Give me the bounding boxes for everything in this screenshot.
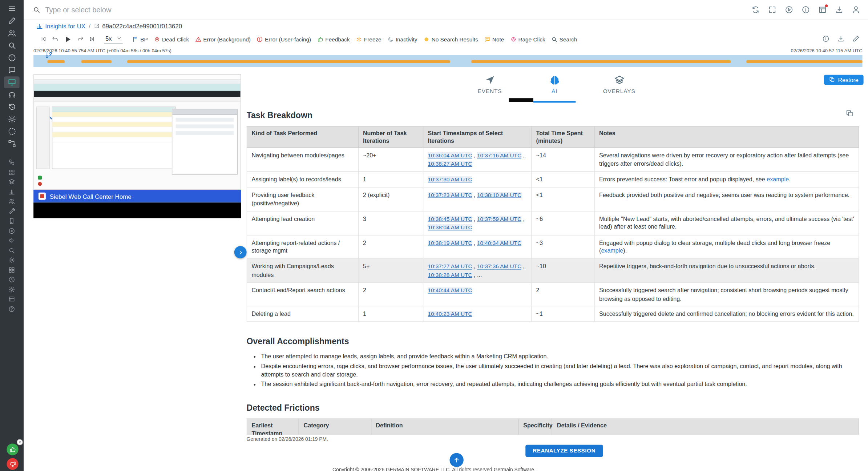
sidebar-help-icon[interactable] (4, 305, 20, 314)
play-button[interactable] (64, 35, 72, 43)
tab-ai[interactable]: AI (533, 75, 576, 103)
sidebar-phone-icon[interactable] (4, 158, 20, 167)
timestamp-link[interactable]: 10:37:23 AM UTC (428, 192, 472, 198)
example-link[interactable]: example (767, 176, 789, 182)
timestamp-link[interactable]: 10:40:34 AM UTC (477, 240, 521, 246)
sidebar-session-replay-icon[interactable] (4, 76, 20, 88)
frictions-title: Detected Frictions (247, 403, 859, 412)
timestamp-link[interactable]: 10:38:10 AM UTC (477, 192, 521, 198)
timeline-activity-segment[interactable] (127, 60, 451, 63)
feedback-dismiss-button[interactable]: × (17, 439, 23, 445)
edit-icon[interactable] (852, 35, 861, 43)
breadcrumb-app-link[interactable]: Insights for UX (36, 23, 85, 29)
example-link[interactable]: example (601, 247, 623, 254)
legend-rage-click[interactable]: Rage Click (510, 36, 545, 42)
legend-search[interactable]: Search (552, 36, 577, 42)
step-forward-button[interactable] (77, 36, 84, 42)
sync-icon[interactable] (751, 5, 760, 14)
sidebar-selection-icon[interactable] (4, 125, 20, 137)
legend-bp[interactable]: BP (132, 36, 148, 42)
session-screenshot[interactable] (33, 74, 241, 190)
sidebar-apps-icon[interactable] (4, 168, 20, 177)
timestamp-link[interactable]: 10:37:30 AM UTC (428, 177, 472, 183)
speed-select[interactable]: 5x (104, 35, 123, 43)
skip-to-start-button[interactable] (40, 36, 47, 42)
timestamp-link[interactable]: 10:37:27 AM UTC (428, 263, 472, 270)
global-search-input[interactable] (45, 5, 751, 14)
legend-freeze[interactable]: Freeze (356, 36, 381, 42)
thumb-body (34, 102, 241, 189)
scroll-to-top-button[interactable] (449, 453, 463, 467)
reanalyze-session-button[interactable]: REANALYZE SESSION (525, 445, 603, 457)
sidebar-automation-icon[interactable] (4, 138, 20, 149)
legend-note[interactable]: Note (484, 36, 504, 42)
step-back-button[interactable] (52, 36, 58, 42)
download-icon[interactable] (835, 5, 843, 14)
sidebar-alerts-icon[interactable] (4, 52, 20, 64)
timestamp-link[interactable]: 10:37:16 AM UTC (477, 153, 521, 159)
timeline-bar[interactable] (33, 55, 862, 67)
sidebar-settings-icon[interactable] (4, 113, 20, 125)
timestamp-link[interactable]: 10:38:45 AM UTC (428, 216, 472, 222)
sidebar-support-icon[interactable] (4, 89, 20, 100)
sidebar-audio-icon[interactable] (4, 236, 20, 245)
sidebar-search-icon[interactable] (4, 40, 20, 51)
legend-error-user-facing[interactable]: Error (User-facing) (257, 36, 311, 42)
sidebar-layers-icon[interactable] (4, 177, 20, 186)
restore-button[interactable]: Restore (824, 75, 864, 85)
sidebar-mobile-icon[interactable] (4, 217, 20, 226)
sidebar-schedule-icon[interactable] (4, 275, 20, 284)
report-scroll-area[interactable]: Task Breakdown Kind of Task PerformedNum… (247, 102, 859, 435)
info-icon[interactable] (802, 5, 810, 14)
feedback-positive-button[interactable] (7, 444, 18, 455)
timeline-activity-segment[interactable] (746, 60, 862, 63)
sidebar-menu-icon[interactable] (4, 3, 20, 15)
timestamp-link[interactable]: 10:37:59 AM UTC (477, 216, 521, 222)
legend-error-background[interactable]: Error (Background) (195, 36, 251, 42)
task-row: Working with Campaigns/Leads modules5+10… (247, 259, 859, 283)
sidebar-find-icon[interactable] (4, 246, 20, 255)
legend-feedback[interactable]: Feedback (317, 36, 350, 42)
timeline-activity-segment[interactable] (471, 60, 731, 63)
info-icon[interactable] (822, 35, 831, 43)
skip-to-end-button[interactable] (89, 36, 95, 42)
branch-marker-icon[interactable] (45, 51, 52, 59)
sidebar-modules-icon[interactable] (4, 265, 20, 274)
timeline-activity-segment[interactable] (81, 60, 111, 63)
sidebar-analytics-icon[interactable] (4, 187, 20, 196)
expand-panel-button[interactable] (234, 246, 247, 258)
tab-events[interactable]: EVENTS (469, 75, 511, 103)
sidebar-tools-icon[interactable] (4, 207, 20, 216)
download-report-icon[interactable] (837, 35, 845, 43)
timestamp-link[interactable]: 10:38:04 AM UTC (428, 224, 472, 230)
legend-dead-click[interactable]: Dead Click (154, 36, 189, 42)
timestamp-link[interactable]: 10:36:04 AM UTC (428, 153, 472, 159)
timestamp-link[interactable]: 10:38:27 AM UTC (428, 161, 472, 167)
play-session-icon[interactable] (785, 5, 793, 14)
sidebar-annotate-icon[interactable] (4, 15, 20, 27)
account-icon[interactable] (852, 5, 860, 14)
sidebar-board-icon[interactable] (4, 295, 20, 304)
fullscreen-icon[interactable] (768, 5, 776, 14)
timestamp-link[interactable]: 10:38:19 AM UTC (428, 240, 472, 246)
sidebar-recordings-icon[interactable] (4, 226, 20, 236)
timestamp-link[interactable]: 10:40:44 AM UTC (428, 287, 472, 294)
tab-overlays[interactable]: OVERLAYS (598, 75, 641, 103)
timestamp-link[interactable]: 10:40:23 AM UTC (428, 311, 472, 317)
sidebar-preferences-icon[interactable] (4, 285, 20, 294)
tabs-scrollbar-thumb[interactable] (509, 98, 533, 102)
legend-inactivity[interactable]: Inactivity (388, 36, 417, 42)
sidebar-config-icon[interactable] (4, 255, 20, 265)
devices-icon[interactable] (818, 5, 827, 14)
sidebar-history-icon[interactable] (4, 101, 20, 113)
sidebar-team-icon[interactable] (4, 197, 20, 206)
feedback-negative-button[interactable] (7, 458, 18, 470)
sidebar-users-icon[interactable] (4, 27, 20, 39)
accomplishment-item: The session exhibited significant back-a… (261, 380, 859, 389)
timestamp-link[interactable]: 10:37:36 AM UTC (477, 263, 521, 270)
sidebar-comments-icon[interactable] (4, 64, 20, 76)
timeline-activity-segment[interactable] (48, 60, 65, 63)
timestamp-link[interactable]: 10:38:28 AM UTC (428, 272, 472, 278)
legend-no-search-results[interactable]: No Search Results (423, 36, 478, 42)
frictions-table-head-row: Earliest TimestampCategoryDefinitionSpec… (247, 419, 859, 435)
